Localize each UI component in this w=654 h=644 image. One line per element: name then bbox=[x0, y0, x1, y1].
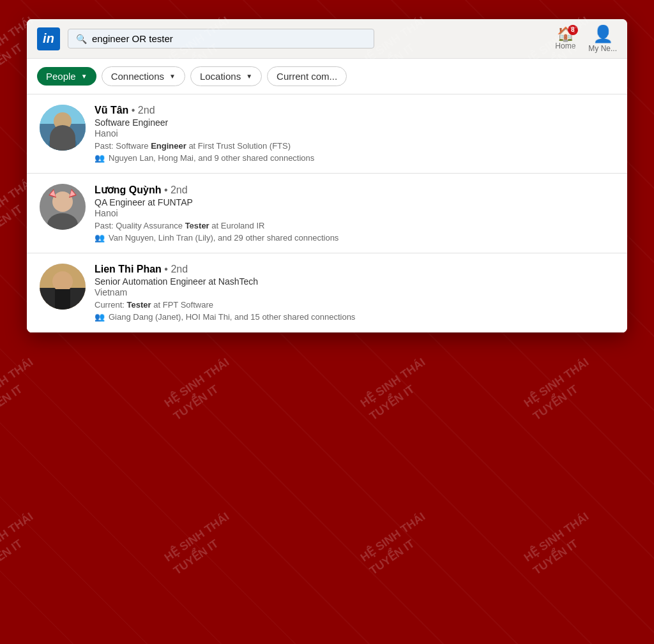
search-bar[interactable]: 🔍 bbox=[68, 29, 374, 49]
result-name[interactable]: Lien Thi Phan • 2nd bbox=[95, 264, 614, 275]
result-connections: 👥 Nguyen Lan, Hong Mai, and 9 other shar… bbox=[95, 153, 614, 163]
svg-point-3 bbox=[49, 134, 77, 151]
result-past: Current: Tester at FPT Software bbox=[95, 300, 614, 310]
degree-badge: • 2nd bbox=[164, 184, 188, 195]
svg-point-5 bbox=[52, 191, 73, 212]
result-content: Lương Quỳnh • 2nd QA Engineer at FUNTAP … bbox=[95, 184, 614, 243]
result-location: Hanoi bbox=[95, 208, 614, 218]
filter-connections[interactable]: Connections ▼ bbox=[102, 66, 185, 86]
connections-text: Giang Dang (Janet), HOI Mai Thi, and 15 … bbox=[109, 312, 355, 322]
header-nav: 🏠 8 Home 👤 My Ne... bbox=[555, 24, 617, 53]
connections-text: Van Nguyen, Linh Tran (Lily), and 29 oth… bbox=[109, 233, 338, 243]
avatar bbox=[40, 184, 86, 230]
filter-people[interactable]: People ▼ bbox=[37, 67, 96, 86]
result-name[interactable]: Vũ Tân • 2nd bbox=[95, 105, 614, 116]
filter-connections-label: Connections bbox=[111, 71, 164, 82]
linkedin-logo: in bbox=[37, 27, 60, 50]
filter-locations[interactable]: Locations ▼ bbox=[190, 66, 262, 86]
filter-current-company[interactable]: Current com... bbox=[267, 66, 347, 86]
locations-chevron-icon: ▼ bbox=[246, 73, 252, 80]
result-location: Vietnam bbox=[95, 287, 614, 297]
person-name: Lien Thi Phan bbox=[95, 264, 162, 274]
filter-people-label: People bbox=[46, 71, 76, 82]
result-title: QA Engineer at FUNTAP bbox=[95, 197, 614, 207]
connections-text: Nguyen Lan, Hong Mai, and 9 other shared… bbox=[109, 153, 314, 163]
result-location: Hanoi bbox=[95, 128, 614, 139]
result-item: Lien Thi Phan • 2nd Senior Automation En… bbox=[27, 253, 627, 333]
home-label: Home bbox=[555, 41, 575, 50]
svg-rect-1 bbox=[40, 124, 86, 151]
result-title: Senior Automation Engineer at NashTech bbox=[95, 276, 614, 287]
filter-current-company-label: Current com... bbox=[277, 71, 337, 82]
result-item: Vũ Tân • 2nd Software Engineer Hanoi Pas… bbox=[27, 94, 627, 174]
result-connections: 👥 Van Nguyen, Linh Tran (Lily), and 29 o… bbox=[95, 233, 614, 243]
header: in 🔍 🏠 8 Home 👤 My Ne... bbox=[27, 19, 627, 59]
nav-home[interactable]: 🏠 8 Home bbox=[555, 27, 575, 50]
result-connections: 👥 Giang Dang (Janet), HOI Mai Thi, and 1… bbox=[95, 312, 614, 322]
connections-icon: 👥 bbox=[95, 233, 105, 243]
connections-icon: 👥 bbox=[95, 312, 105, 322]
result-item: Lương Quỳnh • 2nd QA Engineer at FUNTAP … bbox=[27, 174, 627, 253]
result-content: Vũ Tân • 2nd Software Engineer Hanoi Pas… bbox=[95, 105, 614, 163]
search-icon: 🔍 bbox=[76, 34, 87, 44]
connections-chevron-icon: ▼ bbox=[169, 73, 176, 80]
degree-badge: • 2nd bbox=[164, 264, 188, 274]
person-name: Lương Quỳnh bbox=[95, 184, 161, 195]
degree-badge: • 2nd bbox=[132, 105, 155, 116]
people-chevron-icon: ▼ bbox=[81, 73, 87, 80]
avatar bbox=[40, 105, 86, 151]
browser-window: in 🔍 🏠 8 Home 👤 My Ne... People ▼ bbox=[27, 19, 627, 333]
person-name: Vũ Tân bbox=[95, 105, 128, 116]
filter-bar: People ▼ Connections ▼ Locations ▼ Curre… bbox=[27, 59, 627, 94]
avatar bbox=[40, 264, 86, 310]
person-icon: 👤 bbox=[593, 24, 613, 44]
result-past: Past: Quality Assurance Tester at Eurola… bbox=[95, 221, 614, 230]
search-input[interactable] bbox=[92, 33, 366, 44]
nav-network[interactable]: 👤 My Ne... bbox=[588, 24, 617, 53]
search-results: Vũ Tân • 2nd Software Engineer Hanoi Pas… bbox=[27, 94, 627, 333]
result-name[interactable]: Lương Quỳnh • 2nd bbox=[95, 184, 614, 196]
connections-icon: 👥 bbox=[95, 153, 105, 163]
svg-point-13 bbox=[52, 271, 73, 292]
svg-rect-14 bbox=[55, 289, 70, 310]
result-past: Past: Software Engineer at First Trust S… bbox=[95, 141, 614, 151]
network-label: My Ne... bbox=[588, 44, 617, 53]
result-title: Software Engineer bbox=[95, 117, 614, 128]
filter-locations-label: Locations bbox=[200, 71, 241, 82]
home-badge: 8 bbox=[568, 25, 578, 35]
svg-point-2 bbox=[54, 112, 72, 130]
result-content: Lien Thi Phan • 2nd Senior Automation En… bbox=[95, 264, 614, 322]
